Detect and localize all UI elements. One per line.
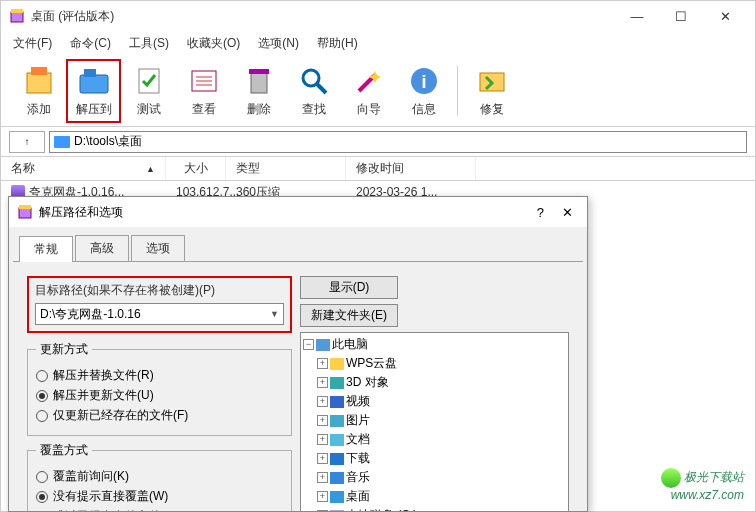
target-path-section: 目标路径(如果不存在将被创建)(P) D:\夸克网盘-1.0.16 ▼ bbox=[27, 276, 292, 333]
find-button[interactable]: 查找 bbox=[286, 59, 341, 123]
new-folder-button[interactable]: 新建文件夹(E) bbox=[300, 304, 398, 327]
add-button[interactable]: 添加 bbox=[11, 59, 66, 123]
chevron-down-icon[interactable]: ▼ bbox=[270, 309, 279, 319]
col-date[interactable]: 修改时间 bbox=[346, 157, 476, 180]
target-path-label: 目标路径(如果不存在将被创建)(P) bbox=[35, 282, 284, 299]
col-size[interactable]: 大小 bbox=[166, 157, 226, 180]
svg-rect-12 bbox=[249, 69, 269, 74]
target-path-input[interactable]: D:\夸克网盘-1.0.16 ▼ bbox=[35, 303, 284, 325]
address-input[interactable]: D:\tools\桌面 bbox=[49, 131, 747, 153]
expand-icon[interactable]: + bbox=[317, 472, 328, 483]
view-button[interactable]: 查看 bbox=[176, 59, 231, 123]
tree-desktop[interactable]: 桌面 bbox=[346, 488, 370, 505]
folder-icon bbox=[330, 358, 344, 370]
maximize-button[interactable]: ☐ bbox=[659, 2, 703, 30]
radio-skip[interactable]: 跳过已经存在的文件(B) bbox=[36, 508, 283, 511]
dialog-help-button[interactable]: ? bbox=[537, 205, 544, 220]
svg-line-14 bbox=[317, 84, 326, 93]
watermark: 极光下载站 www.xz7.com bbox=[661, 468, 744, 502]
tab-options[interactable]: 选项 bbox=[131, 235, 185, 261]
extract-button[interactable]: 解压到 bbox=[66, 59, 121, 123]
address-path: D:\tools\桌面 bbox=[74, 133, 142, 150]
repair-icon bbox=[474, 63, 510, 99]
up-button[interactable]: ↑ bbox=[9, 131, 45, 153]
tab-advanced[interactable]: 高级 bbox=[75, 235, 129, 261]
tree-music[interactable]: 音乐 bbox=[346, 469, 370, 486]
tree-wps[interactable]: WPS云盘 bbox=[346, 355, 397, 372]
wizard-button[interactable]: 向导 bbox=[341, 59, 396, 123]
expand-icon[interactable]: + bbox=[317, 491, 328, 502]
menu-cmd[interactable]: 命令(C) bbox=[66, 33, 115, 54]
expand-icon[interactable]: + bbox=[317, 358, 328, 369]
tree-doc[interactable]: 文档 bbox=[346, 431, 370, 448]
tree-cdisk[interactable]: 本地磁盘 (C:) bbox=[346, 507, 417, 511]
radio-ask[interactable]: 覆盖前询问(K) bbox=[36, 468, 283, 485]
menu-tool[interactable]: 工具(S) bbox=[125, 33, 173, 54]
address-bar: ↑ D:\tools\桌面 bbox=[1, 127, 755, 157]
folder-tree[interactable]: −此电脑 +WPS云盘 +3D 对象 +视频 +图片 +文档 +下载 +音乐 +… bbox=[300, 332, 569, 511]
document-icon bbox=[330, 434, 344, 446]
update-mode-group: 更新方式 解压并替换文件(R) 解压并更新文件(U) 仅更新已经存在的文件(F) bbox=[27, 341, 292, 436]
add-icon bbox=[21, 63, 57, 99]
download-icon bbox=[330, 453, 344, 465]
menu-fav[interactable]: 收藏夹(O) bbox=[183, 33, 244, 54]
radio-update[interactable]: 解压并更新文件(U) bbox=[36, 387, 283, 404]
delete-button[interactable]: 删除 bbox=[231, 59, 286, 123]
dialog-titlebar: 解压路径和选项 ? ✕ bbox=[9, 197, 587, 227]
svg-rect-11 bbox=[251, 73, 267, 93]
radio-overwrite[interactable]: 没有提示直接覆盖(W) bbox=[36, 488, 283, 505]
test-icon bbox=[131, 63, 167, 99]
close-button[interactable]: ✕ bbox=[703, 2, 747, 30]
pc-icon bbox=[316, 339, 330, 351]
window-title: 桌面 (评估版本) bbox=[31, 8, 114, 25]
radio-freshen[interactable]: 仅更新已经存在的文件(F) bbox=[36, 407, 283, 424]
wizard-icon bbox=[351, 63, 387, 99]
expand-icon[interactable]: + bbox=[317, 453, 328, 464]
column-headers: 名称▲ 大小 类型 修改时间 bbox=[1, 157, 755, 181]
tree-3d[interactable]: 3D 对象 bbox=[346, 374, 389, 391]
menu-bar: 文件(F) 命令(C) 工具(S) 收藏夹(O) 选项(N) 帮助(H) bbox=[1, 31, 755, 55]
expand-icon[interactable]: + bbox=[317, 377, 328, 388]
svg-rect-0 bbox=[11, 12, 23, 22]
video-icon bbox=[330, 396, 344, 408]
svg-text:i: i bbox=[421, 72, 426, 92]
svg-rect-4 bbox=[80, 75, 108, 93]
expand-icon[interactable]: + bbox=[317, 396, 328, 407]
test-button[interactable]: 测试 bbox=[121, 59, 176, 123]
folder-icon bbox=[54, 136, 70, 148]
col-name[interactable]: 名称▲ bbox=[1, 157, 166, 180]
desktop-icon bbox=[330, 491, 344, 503]
expand-icon[interactable]: + bbox=[317, 434, 328, 445]
tab-general[interactable]: 常规 bbox=[19, 236, 73, 262]
sort-arrow-icon: ▲ bbox=[146, 164, 155, 174]
info-button[interactable]: i 信息 bbox=[396, 59, 451, 123]
tree-this-pc[interactable]: 此电脑 bbox=[332, 336, 368, 353]
svg-rect-18 bbox=[19, 208, 31, 218]
extract-dialog: 解压路径和选项 ? ✕ 常规 高级 选项 目标路径(如果不存在将被创建)(P) … bbox=[8, 196, 588, 512]
winrar-icon bbox=[17, 204, 33, 220]
menu-file[interactable]: 文件(F) bbox=[9, 33, 56, 54]
svg-rect-19 bbox=[19, 205, 31, 209]
disk-icon bbox=[330, 510, 344, 512]
menu-help[interactable]: 帮助(H) bbox=[313, 33, 362, 54]
dialog-close-button[interactable]: ✕ bbox=[562, 205, 573, 220]
svg-rect-3 bbox=[31, 67, 47, 75]
overwrite-mode-legend: 覆盖方式 bbox=[36, 442, 92, 459]
repair-button[interactable]: 修复 bbox=[464, 59, 519, 123]
expand-icon[interactable]: + bbox=[317, 415, 328, 426]
tree-pic[interactable]: 图片 bbox=[346, 412, 370, 429]
expand-icon[interactable]: + bbox=[317, 510, 328, 511]
winrar-icon bbox=[9, 8, 25, 24]
tree-video[interactable]: 视频 bbox=[346, 393, 370, 410]
update-mode-legend: 更新方式 bbox=[36, 341, 92, 358]
menu-opt[interactable]: 选项(N) bbox=[254, 33, 303, 54]
info-icon: i bbox=[406, 63, 442, 99]
display-button[interactable]: 显示(D) bbox=[300, 276, 398, 299]
tree-dl[interactable]: 下载 bbox=[346, 450, 370, 467]
col-type[interactable]: 类型 bbox=[226, 157, 346, 180]
extract-icon bbox=[76, 63, 112, 99]
radio-replace[interactable]: 解压并替换文件(R) bbox=[36, 367, 283, 384]
minimize-button[interactable]: — bbox=[615, 2, 659, 30]
collapse-icon[interactable]: − bbox=[303, 339, 314, 350]
svg-rect-1 bbox=[11, 9, 23, 13]
